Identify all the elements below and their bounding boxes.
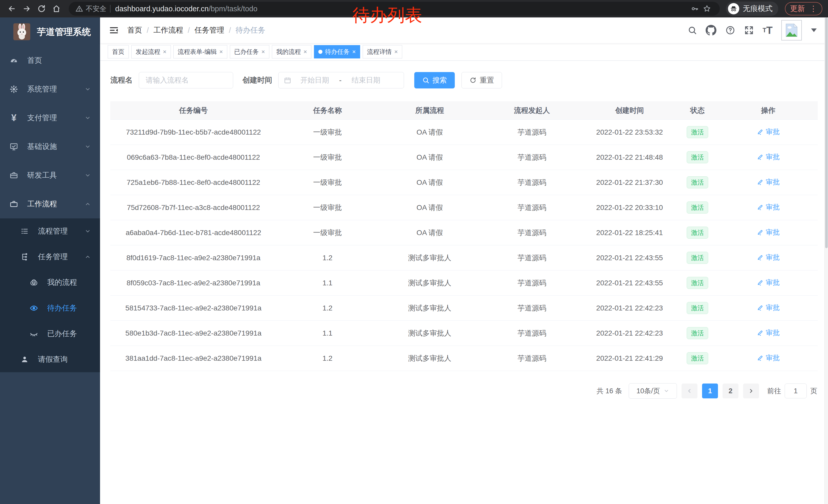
page-scrollbar[interactable] (824, 17, 828, 504)
next-page-button[interactable] (743, 383, 759, 398)
tag-process-detail[interactable]: 流程详情× (363, 45, 402, 58)
approve-link[interactable]: 审批 (757, 152, 780, 162)
dashboard-icon (9, 56, 18, 65)
header-search-button[interactable] (688, 26, 697, 35)
font-size-small-glyph: T (762, 27, 767, 33)
end-date-input[interactable] (344, 73, 388, 88)
sidebar-item-home[interactable]: 首页 (0, 46, 100, 75)
edit-icon (757, 179, 763, 186)
goto-page-input[interactable] (785, 383, 807, 398)
approve-label: 审批 (766, 152, 780, 162)
annotation-overlay: 待办列表 (353, 4, 422, 27)
eye-closed-glyph (30, 329, 38, 338)
table-row: 8f0d1619-7ac8-11ec-a9e2-a2380e71991a 1.2… (110, 245, 818, 270)
edit-icon (757, 329, 763, 336)
browser-menu-icon[interactable]: ⋮ (810, 5, 817, 12)
task-created: 2022-01-22 21:37:30 (583, 178, 676, 187)
page-1-button[interactable]: 1 (702, 383, 718, 398)
github-link[interactable] (706, 25, 716, 36)
scrollbar-thumb[interactable] (825, 17, 828, 248)
sidebar-item-dev-tools[interactable]: 研发工具 (0, 161, 100, 190)
search-button[interactable]: 搜索 (414, 72, 455, 88)
task-created: 2022-01-21 22:41:29 (583, 354, 676, 363)
breadcrumb-home[interactable]: 首页 (127, 25, 142, 35)
table-row: 75d72608-7b7f-11ec-a3c8-acde48001122 一级审… (110, 195, 818, 220)
sidebar-item-todo-tasks[interactable]: 待办任务 (0, 295, 100, 321)
close-icon[interactable]: × (261, 48, 265, 55)
sidebar-item-label: 请假查询 (38, 354, 91, 365)
approve-label: 审批 (766, 278, 780, 287)
tag-my-process[interactable]: 我的流程× (272, 45, 312, 58)
approve-link[interactable]: 审批 (757, 177, 780, 187)
approve-link[interactable]: 审批 (757, 328, 780, 337)
chevron-down-icon (85, 228, 91, 234)
tag-todo-tasks-active[interactable]: 待办任务× (314, 45, 360, 58)
sidebar-item-label: 基础设施 (27, 141, 76, 152)
task-process: OA 请假 (378, 127, 481, 137)
sidebar-logo-row[interactable]: 芋道管理系统 (0, 17, 100, 46)
browser-home-button[interactable] (50, 3, 63, 15)
breadcrumb-workflow[interactable]: 工作流程 (153, 25, 183, 35)
sidebar-item-task-management[interactable]: 任务管理 (0, 244, 100, 270)
approve-link[interactable]: 审批 (757, 127, 780, 136)
sidebar-item-workflow[interactable]: 工作流程 (0, 190, 100, 218)
reload-icon (37, 4, 46, 13)
start-date-input[interactable] (293, 73, 336, 88)
approve-link[interactable]: 审批 (757, 303, 780, 312)
page-size-select[interactable]: 10条/页 (629, 383, 677, 399)
bookmark-button[interactable] (701, 3, 713, 15)
tag-done-tasks[interactable]: 已办任务× (230, 45, 269, 58)
tag-home[interactable]: 首页 (108, 45, 129, 58)
search-icon (422, 77, 429, 84)
approve-link[interactable]: 审批 (757, 278, 780, 287)
sidebar-item-my-process[interactable]: 我的流程 (0, 270, 100, 295)
sidebar-item-process-management[interactable]: 流程管理 (0, 218, 100, 244)
fullscreen-button[interactable] (744, 26, 754, 35)
approve-link[interactable]: 审批 (757, 228, 780, 237)
date-range-picker[interactable]: - (278, 72, 404, 88)
approve-link[interactable]: 审批 (757, 253, 780, 262)
browser-back-button[interactable] (6, 3, 18, 15)
avatar-caret-icon[interactable] (811, 29, 817, 32)
browser-forward-button[interactable] (20, 3, 33, 15)
page-2-button[interactable]: 2 (722, 383, 739, 398)
process-name-input[interactable] (139, 72, 233, 88)
task-created: 2022-01-21 22:43:55 (583, 254, 676, 262)
browser-reload-button[interactable] (35, 3, 48, 15)
saved-passwords-button[interactable] (689, 3, 701, 15)
close-icon[interactable]: × (394, 48, 398, 55)
task-name: 一级审批 (277, 228, 378, 238)
edit-icon (757, 229, 763, 236)
approve-link[interactable]: 审批 (757, 353, 780, 363)
sidebar-collapse-button[interactable] (108, 24, 120, 36)
task-process: OA 请假 (378, 228, 481, 238)
user-avatar[interactable] (781, 20, 802, 41)
sidebar-item-done-tasks[interactable]: 已办任务 (0, 321, 100, 347)
browser-update-button[interactable]: 更新 ⋮ (785, 2, 822, 15)
task-id: a6aba0a4-7b6d-11ec-b781-acde48001122 (110, 229, 277, 237)
col-process: 所属流程 (378, 106, 481, 116)
close-icon[interactable]: × (352, 48, 356, 55)
sidebar-item-payment[interactable]: ¥ 支付管理 (0, 103, 100, 132)
approve-link[interactable]: 审批 (757, 202, 780, 212)
sidebar-item-leave-query[interactable]: 请假查询 (0, 347, 100, 372)
sidebar-item-system[interactable]: 系统管理 (0, 75, 100, 103)
tree-glyph (20, 253, 29, 261)
font-size-button[interactable]: TT (762, 25, 773, 35)
tag-process-form-edit[interactable]: 流程表单-编辑× (173, 45, 227, 58)
task-id: 73211d9d-7b9b-11ec-b5b7-acde48001122 (110, 128, 277, 136)
docs-help-link[interactable] (725, 25, 735, 35)
reset-button[interactable]: 重置 (461, 72, 502, 88)
approve-label: 审批 (766, 202, 780, 212)
breadcrumb-task-management[interactable]: 任务管理 (195, 25, 224, 35)
close-icon[interactable]: × (303, 48, 307, 55)
prev-page-button[interactable] (681, 383, 697, 398)
close-icon[interactable]: × (163, 48, 166, 55)
tags-view-bar: 首页 发起流程× 流程表单-编辑× 已办任务× 我的流程× 待办任务× 流程详情… (100, 43, 828, 61)
range-separator: - (338, 76, 343, 85)
sidebar-item-infrastructure[interactable]: 基础设施 (0, 132, 100, 161)
close-icon[interactable]: × (219, 48, 223, 55)
status-badge: 激活 (687, 302, 708, 314)
fullscreen-icon (744, 26, 754, 35)
tag-start-process[interactable]: 发起流程× (131, 45, 171, 58)
